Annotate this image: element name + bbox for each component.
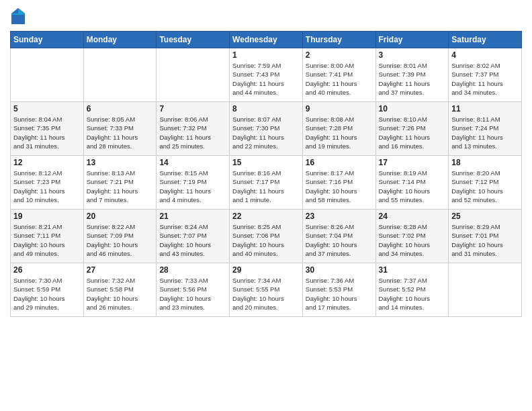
- day-info: Sunrise: 8:05 AMSunset: 7:33 PMDaylight:…: [87, 115, 154, 150]
- day-info: Sunrise: 7:59 AMSunset: 7:43 PMDaylight:…: [232, 61, 300, 97]
- calendar-table: SundayMondayTuesdayWednesdayThursdayFrid…: [10, 31, 522, 317]
- day-number: 25: [451, 212, 519, 221]
- day-info: Sunrise: 7:34 AMSunset: 5:55 PMDaylight:…: [232, 276, 300, 312]
- calendar-week-5: 26Sunrise: 7:30 AMSunset: 5:59 PMDayligh…: [11, 263, 522, 317]
- calendar-cell: [83, 48, 157, 102]
- calendar-cell: 30Sunrise: 7:36 AMSunset: 5:53 PMDayligh…: [302, 263, 375, 317]
- day-number: 4: [451, 50, 519, 60]
- day-number: 22: [232, 212, 300, 221]
- calendar-cell: 4Sunrise: 8:02 AMSunset: 7:37 PMDaylight…: [449, 48, 522, 102]
- calendar-header: SundayMondayTuesdayWednesdayThursdayFrid…: [11, 32, 522, 48]
- calendar-week-4: 19Sunrise: 8:21 AMSunset: 7:11 PMDayligh…: [11, 210, 522, 263]
- calendar-cell: 5Sunrise: 8:04 AMSunset: 7:35 PMDaylight…: [11, 102, 84, 156]
- day-number: 29: [232, 265, 300, 275]
- day-number: 8: [232, 104, 300, 113]
- calendar-cell: 21Sunrise: 8:24 AMSunset: 7:07 PMDayligh…: [157, 210, 230, 263]
- weekday-header-tuesday: Tuesday: [157, 32, 230, 48]
- weekday-header-sunday: Sunday: [11, 32, 84, 48]
- day-number: 1: [232, 50, 300, 60]
- day-number: 26: [13, 265, 81, 275]
- day-info: Sunrise: 8:22 AMSunset: 7:09 PMDaylight:…: [87, 222, 154, 258]
- day-number: 3: [379, 50, 446, 60]
- day-info: Sunrise: 8:20 AMSunset: 7:12 PMDaylight:…: [451, 169, 519, 204]
- calendar-cell: 14Sunrise: 8:15 AMSunset: 7:19 PMDayligh…: [157, 156, 230, 210]
- day-number: 30: [306, 265, 373, 275]
- day-number: 24: [379, 212, 446, 221]
- logo-icon: [10, 7, 26, 26]
- day-number: 2: [306, 50, 373, 60]
- day-info: Sunrise: 8:29 AMSunset: 7:01 PMDaylight:…: [451, 222, 519, 258]
- day-number: 12: [13, 158, 81, 167]
- day-number: 18: [451, 158, 519, 167]
- day-info: Sunrise: 7:37 AMSunset: 5:52 PMDaylight:…: [379, 276, 446, 312]
- calendar-cell: 11Sunrise: 8:11 AMSunset: 7:24 PMDayligh…: [449, 102, 522, 156]
- day-info: Sunrise: 8:26 AMSunset: 7:04 PMDaylight:…: [306, 222, 373, 258]
- calendar-cell: 25Sunrise: 8:29 AMSunset: 7:01 PMDayligh…: [449, 210, 522, 263]
- day-info: Sunrise: 8:16 AMSunset: 7:17 PMDaylight:…: [232, 169, 300, 204]
- calendar-cell: 24Sunrise: 8:28 AMSunset: 7:02 PMDayligh…: [375, 210, 449, 263]
- day-number: 27: [87, 265, 154, 275]
- day-number: 23: [306, 212, 373, 221]
- calendar-cell: 31Sunrise: 7:37 AMSunset: 5:52 PMDayligh…: [375, 263, 449, 317]
- calendar-cell: 26Sunrise: 7:30 AMSunset: 5:59 PMDayligh…: [11, 263, 84, 317]
- day-info: Sunrise: 8:01 AMSunset: 7:39 PMDaylight:…: [379, 61, 446, 97]
- day-number: 28: [159, 265, 226, 275]
- day-info: Sunrise: 8:07 AMSunset: 7:30 PMDaylight:…: [232, 115, 300, 150]
- calendar-cell: 10Sunrise: 8:10 AMSunset: 7:26 PMDayligh…: [375, 102, 449, 156]
- header: [10, 7, 522, 26]
- day-number: 13: [87, 158, 154, 167]
- calendar-cell: 7Sunrise: 8:06 AMSunset: 7:32 PMDaylight…: [157, 102, 230, 156]
- calendar-cell: 1Sunrise: 7:59 AMSunset: 7:43 PMDaylight…: [230, 48, 303, 102]
- day-info: Sunrise: 7:30 AMSunset: 5:59 PMDaylight:…: [13, 276, 81, 312]
- calendar-cell: 8Sunrise: 8:07 AMSunset: 7:30 PMDaylight…: [230, 102, 303, 156]
- day-number: 5: [13, 104, 81, 113]
- calendar-cell: [11, 48, 84, 102]
- day-number: 16: [306, 158, 373, 167]
- day-number: 21: [159, 212, 226, 221]
- weekday-row: SundayMondayTuesdayWednesdayThursdayFrid…: [11, 32, 522, 48]
- day-number: 11: [451, 104, 519, 113]
- day-info: Sunrise: 8:00 AMSunset: 7:41 PMDaylight:…: [306, 61, 373, 97]
- calendar-week-2: 5Sunrise: 8:04 AMSunset: 7:35 PMDaylight…: [11, 102, 522, 156]
- calendar-week-1: 1Sunrise: 7:59 AMSunset: 7:43 PMDaylight…: [11, 48, 522, 102]
- day-number: 19: [13, 212, 81, 221]
- weekday-header-wednesday: Wednesday: [230, 32, 303, 48]
- day-number: 9: [306, 104, 373, 113]
- day-info: Sunrise: 7:32 AMSunset: 5:58 PMDaylight:…: [87, 276, 154, 312]
- day-info: Sunrise: 8:11 AMSunset: 7:24 PMDaylight:…: [451, 115, 519, 150]
- day-number: 20: [87, 212, 154, 221]
- calendar-cell: [449, 263, 522, 317]
- calendar-cell: 29Sunrise: 7:34 AMSunset: 5:55 PMDayligh…: [230, 263, 303, 317]
- day-info: Sunrise: 7:33 AMSunset: 5:56 PMDaylight:…: [159, 276, 226, 312]
- day-info: Sunrise: 8:25 AMSunset: 7:06 PMDaylight:…: [232, 222, 300, 258]
- calendar-cell: 3Sunrise: 8:01 AMSunset: 7:39 PMDaylight…: [375, 48, 449, 102]
- calendar-cell: 15Sunrise: 8:16 AMSunset: 7:17 PMDayligh…: [230, 156, 303, 210]
- logo: [10, 7, 29, 26]
- svg-marker-1: [18, 8, 25, 13]
- svg-rect-2: [11, 13, 25, 15]
- day-info: Sunrise: 8:02 AMSunset: 7:37 PMDaylight:…: [451, 61, 519, 97]
- calendar-cell: 6Sunrise: 8:05 AMSunset: 7:33 PMDaylight…: [83, 102, 157, 156]
- calendar-cell: 12Sunrise: 8:12 AMSunset: 7:23 PMDayligh…: [11, 156, 84, 210]
- day-info: Sunrise: 8:08 AMSunset: 7:28 PMDaylight:…: [306, 115, 373, 150]
- calendar-cell: 2Sunrise: 8:00 AMSunset: 7:41 PMDaylight…: [302, 48, 375, 102]
- calendar-week-3: 12Sunrise: 8:12 AMSunset: 7:23 PMDayligh…: [11, 156, 522, 210]
- calendar-cell: 16Sunrise: 8:17 AMSunset: 7:16 PMDayligh…: [302, 156, 375, 210]
- day-number: 14: [159, 158, 226, 167]
- calendar-cell: 18Sunrise: 8:20 AMSunset: 7:12 PMDayligh…: [449, 156, 522, 210]
- day-info: Sunrise: 8:24 AMSunset: 7:07 PMDaylight:…: [159, 222, 226, 258]
- calendar-cell: 9Sunrise: 8:08 AMSunset: 7:28 PMDaylight…: [302, 102, 375, 156]
- day-info: Sunrise: 8:28 AMSunset: 7:02 PMDaylight:…: [379, 222, 446, 258]
- calendar-cell: 20Sunrise: 8:22 AMSunset: 7:09 PMDayligh…: [83, 210, 157, 263]
- day-info: Sunrise: 8:19 AMSunset: 7:14 PMDaylight:…: [379, 169, 446, 204]
- day-number: 7: [159, 104, 226, 113]
- calendar-cell: [157, 48, 230, 102]
- day-number: 10: [379, 104, 446, 113]
- page: SundayMondayTuesdayWednesdayThursdayFrid…: [0, 0, 532, 411]
- day-info: Sunrise: 7:36 AMSunset: 5:53 PMDaylight:…: [306, 276, 373, 312]
- weekday-header-monday: Monday: [83, 32, 157, 48]
- calendar-cell: 23Sunrise: 8:26 AMSunset: 7:04 PMDayligh…: [302, 210, 375, 263]
- day-info: Sunrise: 8:10 AMSunset: 7:26 PMDaylight:…: [379, 115, 446, 150]
- calendar-cell: 19Sunrise: 8:21 AMSunset: 7:11 PMDayligh…: [11, 210, 84, 263]
- day-info: Sunrise: 8:13 AMSunset: 7:21 PMDaylight:…: [87, 169, 154, 204]
